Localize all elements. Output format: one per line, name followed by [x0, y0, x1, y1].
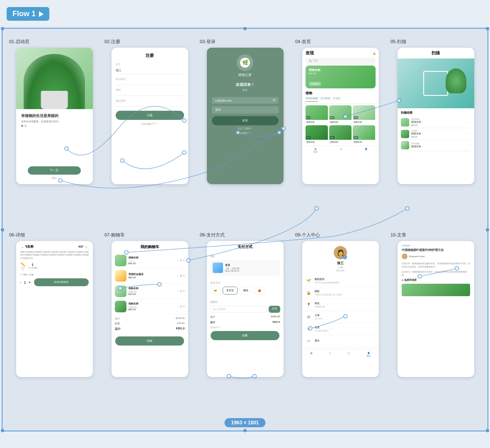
plant-card-2[interactable]: ¥20 植物名称 [329, 105, 352, 124]
article-inline-image [402, 284, 470, 296]
nav-cart[interactable]: 🛒 [340, 148, 342, 153]
nav-home[interactable]: 🏠首页 [313, 148, 318, 153]
login-link[interactable]: 已经有帐户了？ [116, 122, 184, 126]
notification-icon[interactable]: 🔔 [373, 52, 376, 55]
tab-garden[interactable]: 在花园 [333, 97, 340, 102]
pwd-field-login[interactable]: 密码 [212, 106, 279, 114]
pay-alipay[interactable]: 支付宝 [223, 287, 238, 295]
cart-item-3[interactable]: 植物名称 植物名称 ¥20.00 - 1 + [112, 284, 188, 299]
address-card[interactable]: 首员 上海，七堂万料 (021) 795-9175 [210, 260, 280, 275]
plant-card-4[interactable]: ¥20 植物名称 [306, 125, 328, 144]
confirm-input[interactable] [116, 104, 184, 107]
author-avatar [402, 253, 408, 259]
cart-item-4[interactable]: 植物名称 植物名称 ¥80.00 - 1 + [112, 299, 188, 314]
orders-sub: 系工作中 [315, 317, 323, 320]
minus-3[interactable]: - [178, 290, 179, 292]
plant-price-2: ¥20 [330, 116, 335, 119]
privacy-info: 隐私 不要忘记之间的私人私人位置 [315, 290, 342, 296]
pay-apple[interactable]: 🍎 [254, 287, 264, 295]
cart-item-qty-4[interactable]: - 1 + [178, 305, 184, 308]
menu-privacy[interactable]: 🔒 隐私 不要忘记之间的私人私人位置 › [306, 287, 376, 299]
plant-name-5: 植物名称 [329, 140, 352, 144]
skip-link[interactable]: 跳过 [21, 176, 88, 180]
favorite-button[interactable]: ♡ [83, 244, 90, 251]
plant-card-1[interactable]: ¥40 植物名称 [306, 105, 328, 124]
featured-card[interactable]: 植物名称 ¥00.00 立即购买 [306, 66, 376, 88]
menu-tutorial[interactable]: 🌱 教程指导 您可以在这里找到植物指导 › [306, 275, 376, 287]
plus-4[interactable]: + [183, 305, 184, 308]
minus-4[interactable]: - [178, 305, 179, 308]
tab-all[interactable]: 所有的植物 [306, 97, 318, 102]
register-link[interactable]: 没有帐户？ [212, 131, 279, 135]
tab-indoor[interactable]: 室内植物 [320, 97, 330, 102]
profile-bottom-nav: 🏠 ⊡ 🛒 👤我的 [302, 349, 379, 360]
next-button[interactable]: 下一页 [28, 166, 81, 175]
minus-1[interactable]: - [178, 259, 179, 262]
plus-2[interactable]: + [183, 274, 184, 277]
pay-button[interactable]: 结帐 [211, 331, 280, 340]
menu-settings[interactable]: ⚙ 设置 怎么更多设置？ › [306, 323, 376, 335]
name-input[interactable]: 强三 [116, 67, 184, 74]
pay-card[interactable]: 💳 [210, 287, 221, 295]
canvas-dimension: 1963 × 1801 [224, 418, 265, 427]
promo-input[interactable]: 输入优惠码 [210, 306, 267, 313]
nav-profile[interactable]: 👤我的 [366, 352, 371, 357]
menu-logout[interactable]: ↩ 退出 › [306, 335, 376, 347]
shipping-value: ¥16.00 [177, 322, 184, 326]
edit-avatar-button[interactable]: ✎ [343, 255, 347, 259]
nav-home[interactable]: 🏠 [310, 352, 313, 357]
email-field-login[interactable]: xx@i26i.com ✉ [212, 97, 279, 104]
cart-item-2[interactable]: 美国的金盏花 ¥80.00 - 2 + [112, 268, 188, 284]
promo-label: 优惠码 [210, 300, 280, 304]
minus-2[interactable]: - [178, 274, 179, 277]
featured-btn[interactable]: 立即购买 [309, 82, 321, 86]
pwd-input[interactable] [116, 93, 184, 96]
email-input[interactable] [116, 82, 184, 85]
plant-img-3: ¥20 [353, 105, 375, 120]
cart-item-img-4 [115, 301, 126, 312]
screen-label-04: 04-首页 [295, 39, 311, 45]
nav-scan[interactable]: ⊡ [329, 352, 331, 357]
welcome-text: 欢迎回来！ [236, 82, 255, 88]
menu-address[interactable]: 📍 地址 管理的位置 › [306, 299, 376, 311]
cart-item-qty-1[interactable]: - 1 + [178, 259, 184, 262]
main-canvas: 01-启动页 有植物的生活是美丽的 培养本身增重量，您需要更长时间。 [2, 28, 488, 431]
back-button[interactable]: ‹ [19, 244, 26, 251]
article-tag: 护理指南 [402, 244, 470, 247]
nav-profile[interactable]: 👤 [365, 148, 367, 153]
qty-control[interactable]: - 1 + [20, 280, 31, 285]
result-item-1[interactable]: 室内植物 植物名称 ¥65.00 › [401, 117, 471, 128]
checkout-button[interactable]: 结账 [115, 336, 184, 346]
cart-item-info-4: 植物名称 植物名称 ¥80.00 [129, 302, 176, 311]
add-to-cart-button[interactable]: 添加到购物车 [34, 278, 89, 286]
cart-item-qty-3[interactable]: - 1 + [178, 290, 184, 292]
qty-add-row: - 1 + 添加到购物车 [20, 278, 89, 286]
scan-title: 扫描 [432, 50, 440, 56]
qty-plus[interactable]: + [29, 280, 31, 285]
author-name: Margareth Ambar [409, 255, 425, 258]
plant-card-3[interactable]: ¥20 植物名称 [353, 105, 375, 124]
spec-size: 📏 大小 小 [20, 262, 25, 271]
cart-item-1[interactable]: 植物名称 大小:小 ¥65.00 - 1 + [112, 253, 188, 268]
logout-info: 退出 [315, 339, 320, 343]
pay-wechat[interactable]: 微信 [240, 287, 252, 295]
startup-subtitle: 培养本身增重量，您需要更长时间。 [21, 120, 88, 123]
plant-card-6[interactable]: ¥40 植物名称 [353, 125, 375, 144]
qty-minus[interactable]: - [20, 280, 22, 285]
flow-label[interactable]: Flow 1 [7, 7, 49, 21]
payment-subtotal: 总计 ¥245.00 [207, 314, 284, 320]
cart-item-qty-2[interactable]: - 2 + [178, 274, 184, 277]
corner-dot-tl [1, 27, 4, 30]
promo-apply-button[interactable]: 应用 [269, 306, 280, 313]
plus-3[interactable]: + [183, 290, 184, 292]
menu-orders[interactable]: ⊞ 订单 系工作中 › [306, 311, 376, 323]
search-bar[interactable]: 🔍 搜索 [306, 58, 376, 64]
register-button[interactable]: 注册 [116, 111, 184, 120]
nav-cart[interactable]: 🛒 [347, 352, 350, 357]
result-item-2[interactable]: 在花园 植物名称 ¥40.00 › [401, 128, 471, 140]
login-button[interactable]: 登录 [212, 116, 279, 125]
plant-card-5[interactable]: ¥40 植物名称 [329, 125, 352, 144]
result-item-3[interactable]: 茶叶植物 植物名称 › [401, 140, 471, 151]
forgot-password-link[interactable]: 忘记了密码？ [212, 127, 279, 131]
plus-1[interactable]: + [183, 259, 184, 262]
